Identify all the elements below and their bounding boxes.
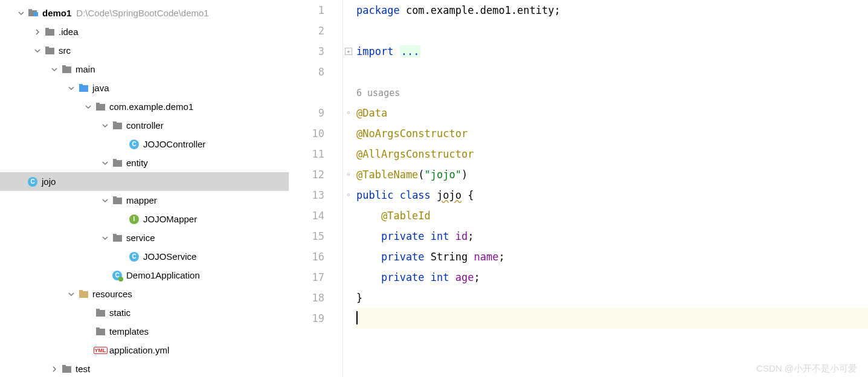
tree-node-static[interactable]: static [0,303,289,322]
svg-rect-27 [62,366,71,373]
code-line[interactable]: @TableName("jojo") [356,164,868,185]
code-usages-hint[interactable]: 6 usages [356,82,868,103]
fold-collapse-icon[interactable]: ⊖ [345,192,352,199]
chevron-down-icon [101,196,109,205]
svg-rect-26 [96,327,100,329]
package-icon [112,158,123,169]
yaml-file-icon: YML [95,345,106,356]
svg-rect-3 [45,29,54,36]
code-line[interactable]: private int age; [356,267,868,288]
tree-node-label: service [126,233,155,243]
code-line[interactable] [356,21,868,41]
tree-node-app-yml[interactable]: YML application.yml [0,341,289,359]
svg-rect-12 [96,103,100,105]
folder-icon [95,326,106,337]
folder-icon [44,45,55,56]
svg-rect-5 [45,48,54,54]
tree-node-path: D:\Code\SpringBootCode\demo1 [76,8,208,18]
tree-node-mapper-folder[interactable]: mapper [0,191,289,210]
tree-node-mapper-class[interactable]: I JOJOMapper [0,210,289,228]
tree-node-label: Demo1Application [126,270,200,280]
line-number: 3 [289,41,324,62]
tree-node-idea[interactable]: .idea [0,22,289,41]
tree-node-label: java [92,83,109,93]
code-line[interactable]: import ... [356,41,868,62]
tree-node-app-class[interactable]: C Demo1Application [0,266,289,285]
chevron-down-icon [84,103,92,111]
svg-rect-4 [45,28,49,30]
code-line[interactable]: package com.example.demo1.entity; [356,0,868,21]
tree-node-label: com.example.demo1 [109,102,193,112]
tree-node-entity-folder[interactable]: entity [0,153,289,172]
code-line-active[interactable] [356,308,868,329]
svg-rect-23 [96,310,105,317]
tree-node-service-folder[interactable]: service [0,228,289,247]
line-number [289,82,324,103]
tree-node-label: mapper [126,195,157,205]
tree-node-main[interactable]: main [0,60,289,79]
code-area[interactable]: package com.example.demo1.entity; import… [356,0,868,377]
tree-node-label: JOJOController [143,139,205,149]
svg-rect-20 [113,234,117,236]
code-line[interactable]: } [356,288,868,308]
chevron-down-icon [33,47,42,55]
tree-node-label: main [76,64,95,74]
java-class-icon: C [129,139,140,150]
tree-node-label: JOJOMapper [143,214,197,224]
tree-node-label: test [76,364,90,374]
svg-rect-17 [113,198,122,204]
chevron-down-icon [67,84,76,92]
line-number: 12 [289,164,324,185]
tree-node-label: JOJOService [143,251,196,262]
tree-node-templates[interactable]: templates [0,322,289,341]
code-line[interactable]: @NoArgsConstructor [356,123,868,144]
line-number: 8 [289,62,324,82]
code-line[interactable]: @Data [356,103,868,123]
tree-node-root[interactable]: demo1 D:\Code\SpringBootCode\demo1 [0,4,289,22]
line-number: 2 [289,21,324,41]
project-tree[interactable]: demo1 D:\Code\SpringBootCode\demo1 .idea… [0,0,289,377]
chevron-down-icon [101,159,109,167]
tree-node-entity-class[interactable]: C jojo [0,172,289,191]
tree-node-label: src [59,45,71,56]
line-number: 17 [289,267,324,288]
tree-node-resources[interactable]: resources [0,285,289,303]
svg-rect-14 [113,121,117,123]
code-line[interactable]: public class jojo { [356,185,868,205]
code-line[interactable] [356,62,868,82]
tree-node-label: entity [126,158,148,168]
fold-collapse-icon[interactable]: ⊖ [345,109,352,117]
svg-rect-22 [79,290,83,292]
chevron-down-icon [17,9,25,18]
fold-expand-icon[interactable]: + [345,48,352,55]
fold-collapse-icon[interactable]: ⊖ [345,171,352,178]
code-line[interactable]: @TableId [356,205,868,226]
folded-code[interactable]: ... [400,45,421,57]
line-number: 10 [289,123,324,144]
tree-node-controller-class[interactable]: C JOJOController [0,135,289,153]
code-editor[interactable]: 1 2 3 8 9 10 11 12 13 14 15 16 17 18 19 … [289,0,868,377]
chevron-right-icon [33,28,42,36]
chevron-down-icon [101,234,109,242]
tree-node-service-class[interactable]: C JOJOService [0,247,289,266]
fold-gutter: + ⊖ ⊖ ⊖ [343,0,356,377]
code-line[interactable]: private int id; [356,226,868,246]
tree-node-package[interactable]: com.example.demo1 [0,97,289,116]
chevron-down-icon [67,290,76,298]
tree-node-java[interactable]: java [0,79,289,97]
svg-rect-1 [28,9,32,11]
line-number: 13 [289,185,324,205]
tree-node-src[interactable]: src [0,41,289,60]
code-line[interactable]: private String name; [356,246,868,267]
chevron-right-icon [50,365,59,373]
code-line[interactable]: @AllArgsConstructor [356,144,868,164]
folder-icon [61,64,72,75]
svg-rect-2 [34,12,38,16]
line-number: 1 [289,0,324,21]
line-number: 9 [289,103,324,123]
line-number: 11 [289,144,324,164]
tree-node-controller-folder[interactable]: controller [0,116,289,135]
tree-node-test[interactable]: test [0,359,289,377]
tree-node-label: .idea [59,27,79,37]
line-number: 14 [289,205,324,226]
